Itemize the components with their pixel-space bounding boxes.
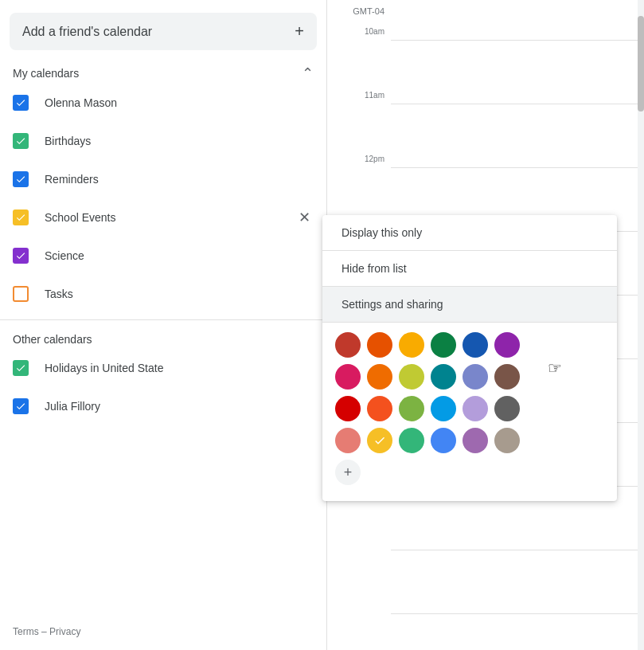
color-sage[interactable] bbox=[431, 332, 456, 358]
time-label-10am: 10am bbox=[327, 27, 391, 36]
add-friend-label: Add a friend's calendar bbox=[22, 25, 152, 39]
sidebar: Add a friend's calendar + My calendars ⌃… bbox=[0, 0, 326, 650]
footer-dash: – bbox=[41, 626, 47, 637]
calendar-checkbox-olenna[interactable] bbox=[13, 95, 29, 111]
menu-item-hide-from-list[interactable]: Hide from list bbox=[322, 251, 617, 286]
grid-line-11am bbox=[391, 104, 638, 104]
time-label-12pm: 12pm bbox=[327, 155, 391, 163]
grid-line-7pm bbox=[391, 613, 638, 614]
calendar-checkbox-school-events[interactable] bbox=[13, 209, 29, 225]
calendar-name-science: Science bbox=[45, 249, 314, 262]
calendar-checkbox-birthdays[interactable] bbox=[13, 133, 29, 149]
color-avocado[interactable] bbox=[494, 364, 520, 390]
time-slot-12pm: 12pm bbox=[327, 159, 391, 223]
color-cyan[interactable] bbox=[431, 396, 456, 421]
calendar-name-tasks: Tasks bbox=[45, 288, 314, 300]
time-slot-10am: 10am bbox=[327, 32, 391, 96]
my-calendars-title: My calendars bbox=[13, 67, 79, 80]
color-amethyst[interactable] bbox=[463, 428, 488, 453]
color-graphite[interactable] bbox=[399, 364, 424, 390]
color-picker: + bbox=[322, 323, 617, 501]
school-events-close-icon[interactable]: ✕ bbox=[295, 206, 314, 229]
context-menu: Display this only Hide from list Setting… bbox=[322, 215, 617, 501]
grid-line-10am bbox=[391, 40, 638, 41]
grid-line-12pm bbox=[391, 167, 638, 168]
calendar-name-julia: Julia Fillory bbox=[45, 400, 314, 413]
color-banana-selected[interactable] bbox=[367, 428, 392, 453]
calendar-name-holidays: Holidays in United State bbox=[45, 362, 314, 374]
calendar-item-olenna[interactable]: Olenna Mason bbox=[0, 84, 326, 122]
calendar-item-reminders[interactable]: Reminders bbox=[0, 160, 326, 198]
color-peacock[interactable] bbox=[463, 332, 488, 358]
color-steel[interactable] bbox=[494, 396, 520, 421]
calendar-item-julia[interactable]: Julia Fillory bbox=[0, 387, 326, 425]
color-flamingo[interactable] bbox=[367, 332, 392, 358]
calendar-name-school-events: School Events bbox=[45, 211, 295, 224]
terms-link[interactable]: Terms bbox=[13, 626, 39, 637]
color-row-4 bbox=[335, 428, 604, 453]
color-birch[interactable] bbox=[494, 428, 520, 453]
my-calendars-chevron-icon[interactable]: ⌃ bbox=[302, 66, 314, 80]
menu-item-display-only[interactable]: Display this only bbox=[322, 215, 617, 250]
color-pumpkin[interactable] bbox=[367, 396, 392, 421]
color-periwinkle[interactable] bbox=[463, 364, 488, 390]
color-blueberry[interactable] bbox=[494, 332, 520, 358]
gmt-label: GMT-04 bbox=[327, 0, 391, 16]
calendar-name-birthdays: Birthdays bbox=[45, 135, 314, 147]
color-grape[interactable] bbox=[367, 364, 392, 390]
calendar-checkbox-holidays[interactable] bbox=[13, 360, 29, 376]
section-divider bbox=[0, 319, 326, 320]
calendar-name-reminders: Reminders bbox=[45, 173, 314, 186]
calendar-name-olenna: Olenna Mason bbox=[45, 96, 314, 109]
my-calendars-section-header: My calendars ⌃ bbox=[0, 60, 326, 84]
color-emerald[interactable] bbox=[399, 428, 424, 453]
calendar-checkbox-tasks[interactable] bbox=[13, 286, 29, 302]
calendar-item-science[interactable]: Science bbox=[0, 237, 326, 275]
calendar-checkbox-science[interactable] bbox=[13, 248, 29, 264]
calendar-item-birthdays[interactable]: Birthdays bbox=[0, 122, 326, 160]
calendar-checkbox-reminders[interactable] bbox=[13, 171, 29, 187]
menu-item-settings-sharing[interactable]: Settings and sharing bbox=[322, 287, 617, 322]
school-events-actions: ✕ bbox=[295, 206, 314, 229]
color-cherry[interactable] bbox=[335, 396, 361, 421]
calendar-item-school-events[interactable]: School Events ✕ bbox=[0, 198, 326, 237]
time-label-11am: 11am bbox=[327, 91, 391, 100]
footer: Terms – Privacy bbox=[13, 626, 80, 637]
calendar-item-holidays[interactable]: Holidays in United State bbox=[0, 349, 326, 387]
add-friend-button[interactable]: Add a friend's calendar + bbox=[10, 13, 317, 50]
color-cobalt[interactable] bbox=[431, 428, 456, 453]
add-friend-plus-icon: + bbox=[295, 22, 304, 41]
time-slot-11am: 11am bbox=[327, 96, 391, 159]
color-wisteria[interactable] bbox=[463, 396, 488, 421]
color-add-custom-button[interactable]: + bbox=[335, 460, 361, 485]
color-row-3 bbox=[335, 396, 604, 421]
color-row-custom: + bbox=[335, 460, 604, 485]
grid-line-6pm bbox=[391, 550, 638, 550]
color-tangerine[interactable] bbox=[399, 332, 424, 358]
color-row-2 bbox=[335, 364, 604, 390]
color-teal[interactable] bbox=[431, 364, 456, 390]
other-calendars-title: Other calendars bbox=[13, 333, 92, 346]
calendar-checkbox-julia[interactable] bbox=[13, 398, 29, 414]
other-calendars-section-header: Other calendars bbox=[0, 327, 326, 349]
privacy-link[interactable]: Privacy bbox=[49, 626, 80, 637]
color-basil[interactable] bbox=[399, 396, 424, 421]
color-row-1 bbox=[335, 332, 604, 358]
color-tomato[interactable] bbox=[335, 332, 361, 358]
color-lavender[interactable] bbox=[335, 364, 361, 390]
scroll-indicator bbox=[638, 0, 644, 650]
scroll-thumb[interactable] bbox=[638, 16, 644, 112]
calendar-item-tasks[interactable]: Tasks bbox=[0, 275, 326, 313]
color-pink[interactable] bbox=[335, 428, 361, 453]
